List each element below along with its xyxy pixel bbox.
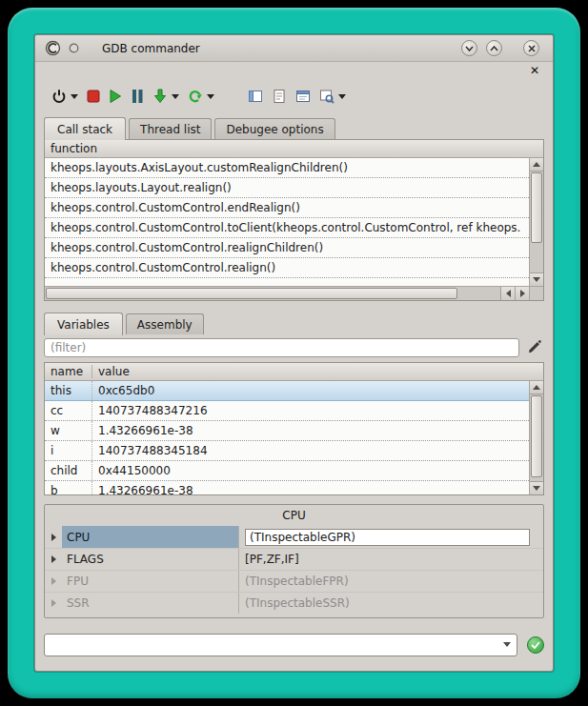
triangle-up-icon <box>533 162 540 167</box>
variable-name: w <box>45 421 92 440</box>
expander-icon[interactable] <box>45 534 62 541</box>
callstack-row[interactable]: kheops.control.CustomControl.toClient(kh… <box>45 218 529 238</box>
maximize-button[interactable] <box>486 40 502 56</box>
scroll-right-button[interactable] <box>515 287 529 300</box>
continue-button[interactable] <box>185 85 217 108</box>
variable-row[interactable]: this 0xc65db0 <box>45 381 529 401</box>
inspect-icon <box>319 89 335 104</box>
variable-name: child <box>45 461 92 480</box>
pen-icon <box>527 339 542 357</box>
scrollbar-thumb[interactable] <box>531 172 542 243</box>
scrollbar-track[interactable] <box>458 287 500 300</box>
scroll-left-button[interactable] <box>500 287 515 300</box>
tab-assembly[interactable]: Assembly <box>126 313 204 334</box>
scrollbar-thumb[interactable] <box>46 288 457 299</box>
chevron-down-icon[interactable] <box>338 94 346 99</box>
scrollbar-thumb[interactable] <box>531 395 542 477</box>
callstack-row[interactable]: kheops.control.CustomControl.realign() <box>45 258 529 278</box>
check-icon <box>531 641 540 649</box>
triangle-up-icon <box>533 385 540 390</box>
callstack-vertical-scrollbar[interactable] <box>529 158 543 286</box>
chevron-down-icon[interactable] <box>207 94 214 99</box>
scroll-down-button[interactable] <box>530 481 543 494</box>
command-combobox[interactable] <box>44 634 517 656</box>
callstack-horizontal-scrollbar[interactable] <box>45 286 529 300</box>
step-down-icon <box>152 89 168 104</box>
variables-panel: name value this 0xc65db0 cc 140737488347… <box>44 362 544 495</box>
tab-variables[interactable]: Variables <box>44 313 123 335</box>
stop-icon <box>87 90 100 103</box>
variable-value: 140737488345184 <box>92 441 529 460</box>
tab-debugee-options[interactable]: Debugee options <box>214 118 335 139</box>
triangle-down-icon <box>533 486 540 491</box>
combo-dropdown-button[interactable] <box>503 635 511 656</box>
inspect-button[interactable] <box>316 85 349 108</box>
chevron-down-icon[interactable] <box>71 94 78 99</box>
minimize-button[interactable] <box>461 40 477 56</box>
command-bar <box>44 633 544 656</box>
triangle-down-icon <box>533 277 540 282</box>
variables-vertical-scrollbar[interactable] <box>529 381 543 494</box>
variable-row[interactable]: child 0x44150000 <box>45 461 529 481</box>
callstack-column-header: function <box>45 142 103 155</box>
callstack-row[interactable]: kheops.control.CustomControl.endRealign(… <box>45 198 529 218</box>
tab-thread-list[interactable]: Thread list <box>129 118 212 139</box>
variables-rows: this 0xc65db0 cc 140737488347216 w 1.432… <box>45 381 529 494</box>
scroll-up-button[interactable] <box>530 158 543 171</box>
window-icon <box>295 89 311 104</box>
tab-call-stack[interactable]: Call stack <box>44 117 126 140</box>
send-command-button[interactable] <box>527 636 544 654</box>
stop-button[interactable] <box>84 85 103 108</box>
variable-row[interactable]: b 1.43266961e-38 <box>45 481 529 494</box>
scroll-up-button[interactable] <box>530 381 543 394</box>
document-button[interactable] <box>269 85 290 108</box>
cpu-row-value: [PF,ZF,IF] <box>239 553 543 566</box>
variable-row[interactable]: cc 140737488347216 <box>45 401 529 421</box>
pin-icon[interactable] <box>69 43 79 53</box>
gdb-commander-window: GDB commander ✕ <box>34 34 554 672</box>
expander-icon[interactable] <box>45 555 62 563</box>
app-icon[interactable] <box>45 40 61 56</box>
triangle-down-icon <box>503 642 511 647</box>
callstack-row[interactable]: kheops.layouts.AxisLayout.customRealignC… <box>45 158 529 178</box>
pen-button[interactable] <box>519 339 544 357</box>
titlebar[interactable]: GDB commander <box>35 35 553 62</box>
cpu-row[interactable]: FLAGS [PF,ZF,IF] <box>45 548 543 570</box>
cpu-row[interactable]: FPU (TInspectableFPR) <box>45 570 543 592</box>
variable-value: 0xc65db0 <box>92 381 529 400</box>
expander-icon[interactable] <box>45 599 62 607</box>
window-button[interactable] <box>293 85 314 108</box>
cpu-row-name: FPU <box>62 571 239 592</box>
cpu-value-field[interactable] <box>245 529 530 546</box>
variable-value: 140737488347216 <box>92 401 529 420</box>
filter-row <box>44 337 544 358</box>
pause-icon <box>131 89 144 104</box>
run-button[interactable] <box>106 85 125 108</box>
frames-button[interactable] <box>245 85 266 108</box>
expander-icon[interactable] <box>45 577 62 585</box>
callstack-row[interactable]: kheops.layouts.Layout.realign() <box>45 178 529 198</box>
filter-input[interactable] <box>44 338 519 357</box>
window-decoration-frame: GDB commander ✕ <box>8 8 580 698</box>
callstack-row[interactable]: kheops.control.CustomControl.realignChil… <box>45 238 529 258</box>
cpu-row[interactable]: SSR (TInspectableSSR) <box>45 592 543 614</box>
command-input[interactable] <box>45 635 517 656</box>
scroll-down-button[interactable] <box>530 272 543 286</box>
variable-row[interactable]: w 1.43266961e-38 <box>45 421 529 441</box>
close-button[interactable] <box>523 40 539 56</box>
cpu-row-name: FLAGS <box>62 549 239 570</box>
pause-button[interactable] <box>128 85 147 108</box>
step-button[interactable] <box>150 85 182 108</box>
variable-value: 1.43266961e-38 <box>92 481 529 494</box>
variable-name: cc <box>45 401 92 420</box>
cpu-row[interactable]: CPU <box>45 526 543 548</box>
dock-close-icon[interactable]: ✕ <box>530 64 539 77</box>
power-icon <box>51 89 67 104</box>
power-button[interactable] <box>49 85 81 108</box>
chevron-down-icon[interactable] <box>172 94 179 99</box>
variable-row[interactable]: i 140737488345184 <box>45 441 529 461</box>
frames-icon <box>248 89 263 104</box>
cpu-row-value: (TInspectableFPR) <box>239 575 543 588</box>
cpu-row-value <box>239 529 543 546</box>
debug-toolbar <box>35 81 553 111</box>
